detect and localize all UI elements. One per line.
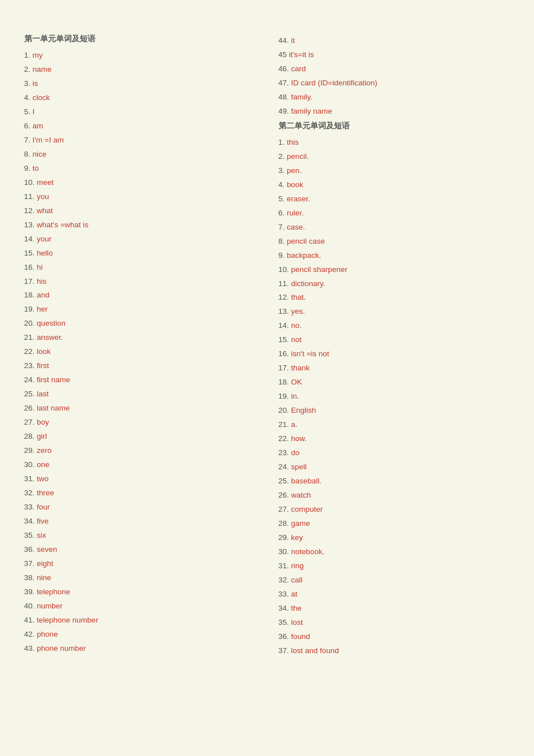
item-number: 43.	[24, 644, 35, 653]
item-number: 12.	[24, 206, 35, 215]
list-item: 37. eight	[24, 557, 256, 571]
list-item: 31. two	[24, 472, 256, 486]
list-item: 43. phone number	[24, 642, 256, 656]
list-item: 29. zero	[24, 444, 256, 458]
list-item: 24. first name	[24, 373, 256, 387]
item-number: 15.	[279, 335, 289, 344]
item-word: his	[37, 277, 46, 286]
item-number: 29.	[279, 533, 289, 542]
item-word: it's=it is	[289, 50, 314, 59]
item-number: 3.	[24, 79, 31, 88]
list-item: 4. book	[279, 178, 510, 192]
item-word: baseball	[291, 477, 319, 485]
item-number: 16.	[24, 263, 35, 271]
list-item: 7. case.	[279, 221, 510, 235]
list-item: 47. ID card (ID=identification)	[279, 76, 510, 90]
item-word: your	[37, 235, 51, 243]
list-item: 19. her	[24, 303, 256, 317]
item-word: in	[291, 392, 297, 400]
list-item: 27. computer	[279, 503, 510, 517]
item-dot: .	[308, 195, 310, 203]
item-word: boy	[37, 418, 49, 426]
item-number: 13.	[24, 221, 35, 229]
list-item: 14. no.	[279, 319, 510, 333]
item-word: spell	[291, 463, 307, 471]
item-number: 11.	[24, 192, 35, 201]
item-word: pen	[287, 166, 300, 175]
item-word: I'm =I am	[33, 136, 64, 144]
item-number: 11.	[279, 279, 289, 288]
item-number: 36.	[279, 632, 289, 641]
item-number: 9.	[24, 164, 31, 172]
item-word: call	[291, 576, 302, 584]
item-number: 44.	[279, 36, 289, 45]
list-item: 41. telephone number	[24, 614, 256, 628]
item-number: 18.	[279, 378, 289, 386]
item-word: girl	[37, 432, 47, 440]
item-word: two	[37, 474, 49, 483]
item-word: ruler	[287, 209, 302, 217]
item-word: what	[37, 206, 53, 215]
list-item: 38. nine	[24, 571, 256, 585]
item-dot: .	[307, 152, 309, 161]
list-item: 35. six	[24, 529, 256, 543]
item-word: clock	[33, 93, 50, 102]
item-word: answer	[37, 333, 61, 342]
item-number: 24.	[24, 375, 35, 384]
item-number: 14.	[24, 235, 35, 243]
item-number: 2.	[24, 65, 31, 74]
item-word: backpack	[287, 251, 319, 260]
list-item: 33. at	[279, 587, 510, 602]
list-item: 34. the	[279, 602, 510, 616]
item-number: 37.	[24, 559, 35, 568]
item-word: at	[291, 590, 297, 598]
item-word: phone number	[37, 644, 86, 653]
item-word: key	[291, 533, 303, 542]
item-number: 37.	[279, 646, 289, 655]
item-number: 16.	[279, 349, 289, 358]
list-item: 22. how.	[279, 432, 510, 446]
item-number: 34.	[279, 604, 289, 612]
item-word: how.	[291, 434, 307, 443]
right-vocab-list-1: 44. it45 it's=it is46. card47. ID card (…	[279, 34, 510, 119]
item-dot: .	[302, 209, 304, 217]
list-item: 10. pencil sharpener	[279, 263, 510, 277]
list-item: 3. is	[24, 77, 256, 91]
list-item: 28. girl	[24, 430, 256, 444]
item-word: phone	[37, 630, 58, 638]
item-number: 17.	[279, 364, 289, 372]
item-number: 29.	[24, 446, 35, 455]
item-word: a	[291, 420, 296, 429]
item-word: meet	[37, 178, 54, 187]
item-word: that	[291, 293, 304, 301]
list-item: 39. telephone	[24, 585, 256, 599]
columns-layout: 第一单元单词及短语 1. my2. name3. is4. clock5. I6…	[24, 34, 510, 658]
item-number: 35.	[24, 531, 35, 539]
list-item: 16. hi	[24, 261, 256, 275]
item-word: three	[37, 489, 54, 497]
item-dot: .	[323, 547, 325, 556]
item-word: number	[37, 602, 63, 610]
item-number: 20.	[279, 406, 289, 414]
list-item: 26. last name	[24, 401, 256, 416]
item-number: 10.	[24, 178, 35, 187]
item-number: 7.	[24, 136, 31, 144]
item-number: 34.	[24, 517, 35, 525]
list-item: 3. pen.	[279, 164, 510, 178]
item-word: four	[37, 503, 50, 511]
item-word: nice	[33, 150, 47, 158]
item-number: 26.	[24, 404, 35, 412]
left-vocab-list: 1. my2. name3. is4. clock5. I6. am7. I'm…	[24, 49, 256, 656]
list-item: 17. his	[24, 275, 256, 289]
item-number: 42.	[24, 630, 35, 638]
item-number: 6.	[24, 122, 31, 130]
list-item: 42. phone	[24, 628, 256, 642]
item-word: pencil case	[287, 237, 325, 245]
list-item: 40. number	[24, 599, 256, 614]
list-item: 8. pencil case	[279, 235, 510, 249]
item-word: card	[291, 64, 306, 73]
item-number: 23.	[279, 448, 289, 457]
item-number: 47.	[279, 79, 289, 87]
list-item: 2. pencil.	[279, 150, 510, 164]
item-number: 20.	[24, 319, 35, 327]
